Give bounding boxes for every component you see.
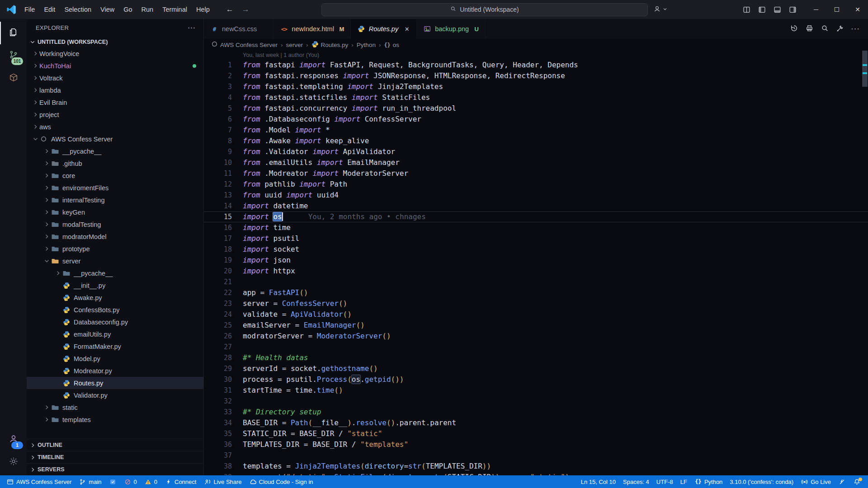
line-number[interactable]: 38	[204, 461, 232, 472]
code-line[interactable]: 14import datetime	[204, 201, 868, 211]
maximize-button[interactable]: ☐	[826, 0, 847, 19]
more-actions-icon[interactable]: ⋯	[188, 23, 195, 33]
editor-action-history[interactable]	[788, 23, 800, 35]
menu-run[interactable]: Run	[137, 3, 158, 16]
sidebar-left-icon[interactable]	[755, 3, 769, 16]
line-number[interactable]: 4	[204, 92, 232, 103]
line-number[interactable]: 5	[204, 103, 232, 114]
tree-item-workingvoice[interactable]: WorkingVoice	[27, 47, 203, 60]
menu-file[interactable]: File	[20, 3, 39, 16]
breadcrumb-routes-py[interactable]: Routes.py	[311, 41, 349, 49]
code-line[interactable]: 33#* Directory setup	[204, 407, 868, 418]
code-line[interactable]: 26modratorServer = ModeratorServer()	[204, 331, 868, 342]
status-cloud-code[interactable]: Cloud Code - Sign in	[245, 475, 317, 488]
code-line[interactable]: 12from pathlib import Path	[204, 179, 868, 190]
code-line[interactable]: 30process = psutil.Process(os.getpid())	[204, 374, 868, 385]
menu-edit[interactable]: Edit	[39, 3, 60, 16]
minimize-button[interactable]: ─	[806, 0, 826, 19]
code-line[interactable]: 9from .Validator import ApiValidator	[204, 146, 868, 157]
code-line[interactable]: 27	[204, 342, 868, 352]
status-python-interpreter[interactable]: 3.10.0 ('confess': conda)	[726, 475, 797, 488]
tree-item-internaltesting[interactable]: internalTesting	[27, 194, 203, 206]
status-warnings[interactable]: 0	[141, 475, 161, 488]
tree-item-aws-confess-server[interactable]: AWS Confess Server	[27, 133, 203, 145]
status-eol[interactable]: LF	[677, 475, 691, 488]
tree-item-keygen[interactable]: keyGen	[27, 206, 203, 218]
tree-item-evil-brain[interactable]: Evil Brain	[27, 96, 203, 108]
editor-action-tools[interactable]	[834, 23, 846, 35]
menu-view[interactable]: View	[96, 3, 119, 16]
tree-item-init-py[interactable]: __init__.py	[27, 279, 203, 291]
line-number[interactable]: 16	[204, 222, 232, 233]
line-number[interactable]: 1	[204, 60, 232, 70]
code-line[interactable]: 35STATIC_DIR = BASE_DIR / "static"	[204, 428, 868, 439]
line-number[interactable]: 27	[204, 342, 232, 352]
code-line[interactable]: 19import json	[204, 255, 868, 266]
status-live-share[interactable]: Live Share	[200, 475, 245, 488]
forward-arrow-icon[interactable]: →	[242, 5, 250, 14]
line-number[interactable]: 14	[204, 201, 232, 211]
line-number[interactable]: 39	[204, 472, 232, 475]
line-number[interactable]: 25	[204, 320, 232, 331]
line-number[interactable]: 31	[204, 385, 232, 396]
code-line[interactable]: 6from .Databaseconfig import ConfessServ…	[204, 114, 868, 125]
line-number[interactable]: 30	[204, 374, 232, 385]
line-number[interactable]: 18	[204, 244, 232, 255]
code-line[interactable]: 7from .Model import *	[204, 125, 868, 136]
line-number[interactable]: 3	[204, 81, 232, 92]
line-number[interactable]: 15	[204, 211, 232, 222]
tab-newindex-html[interactable]: <>newIndex.htmlM	[274, 19, 351, 39]
editor-action-more[interactable]: ···	[849, 23, 862, 35]
tree-item-prototype[interactable]: prototype	[27, 243, 203, 255]
sidebar-right-icon[interactable]	[786, 3, 799, 16]
breadcrumb-os[interactable]: {}os	[384, 42, 399, 48]
tree-item-core[interactable]: core	[27, 169, 203, 182]
tree-item-emailutils-py[interactable]: emailUtils.py	[27, 328, 203, 340]
tree-item-validator-py[interactable]: Validator.py	[27, 389, 203, 401]
back-arrow-icon[interactable]: ←	[226, 5, 234, 14]
status-sync-status[interactable]	[105, 475, 120, 488]
section-timeline[interactable]: TIMELINE	[27, 451, 203, 463]
tree-item-enviromentfiles[interactable]: enviromentFiles	[27, 182, 203, 194]
tree-item-confessbots-py[interactable]: ConfessBots.py	[27, 304, 203, 316]
tree-item-server[interactable]: server	[27, 255, 203, 267]
code-line[interactable]: 21	[204, 277, 868, 287]
line-number[interactable]: 26	[204, 331, 232, 342]
code-line[interactable]: 11from .Modreator import ModeratorServer	[204, 168, 868, 179]
status-language-mode[interactable]: {}Python	[691, 475, 726, 488]
tree-item-pycache[interactable]: __pycache__	[27, 145, 203, 157]
code-line[interactable]: 24validate = ApiValidator()	[204, 309, 868, 320]
status-notifications[interactable]	[849, 475, 864, 488]
line-number[interactable]: 33	[204, 407, 232, 418]
status-workspace-indicator[interactable]: AWS Confess Server	[3, 475, 75, 488]
code-line[interactable]: 5from fastapi.concurrency import run_in_…	[204, 103, 868, 114]
code-line[interactable]: 17import psutil	[204, 233, 868, 244]
tree-item-kuchtohai[interactable]: KuchToHai	[27, 60, 203, 72]
code-line[interactable]: 39app.mount("/static", StaticFiles(direc…	[204, 472, 868, 475]
line-number[interactable]: 7	[204, 125, 232, 136]
code-line[interactable]: 15import osYou, 2 months ago • chnages	[204, 211, 868, 222]
code-line[interactable]: 38templates = Jinja2Templates(directory=…	[204, 461, 868, 472]
line-number[interactable]: 34	[204, 418, 232, 428]
editor-action-print[interactable]	[803, 23, 816, 35]
tree-item-routes-py[interactable]: Routes.py	[27, 377, 203, 389]
breadcrumb-server[interactable]: server	[286, 42, 303, 48]
close-icon[interactable]: ✕	[402, 24, 412, 34]
code-line[interactable]: 1from fastapi import FastAPI, Request, B…	[204, 60, 868, 70]
code-line[interactable]: 20import httpx	[204, 266, 868, 277]
code-line[interactable]: 13from uuid import uuid4	[204, 190, 868, 201]
line-number[interactable]: 12	[204, 179, 232, 190]
workspace-section-header[interactable]: UNTITLED (WORKSPACE)	[27, 36, 203, 47]
line-number[interactable]: 11	[204, 168, 232, 179]
activity-settings[interactable]	[0, 451, 27, 474]
code-line[interactable]: 18import socket	[204, 244, 868, 255]
line-number[interactable]: 36	[204, 439, 232, 450]
close-button[interactable]: ✕	[847, 0, 868, 19]
line-number[interactable]: 29	[204, 363, 232, 374]
code-line[interactable]: 3from fastapi.templating import Jinja2Te…	[204, 81, 868, 92]
line-number[interactable]: 21	[204, 277, 232, 287]
code-line[interactable]: 25emailServer = EmailManager()	[204, 320, 868, 331]
activity-explorer[interactable]	[0, 22, 27, 44]
code-line[interactable]: 31startTime = time.time()	[204, 385, 868, 396]
tab-newcss-css[interactable]: #newCss.css	[204, 19, 274, 39]
